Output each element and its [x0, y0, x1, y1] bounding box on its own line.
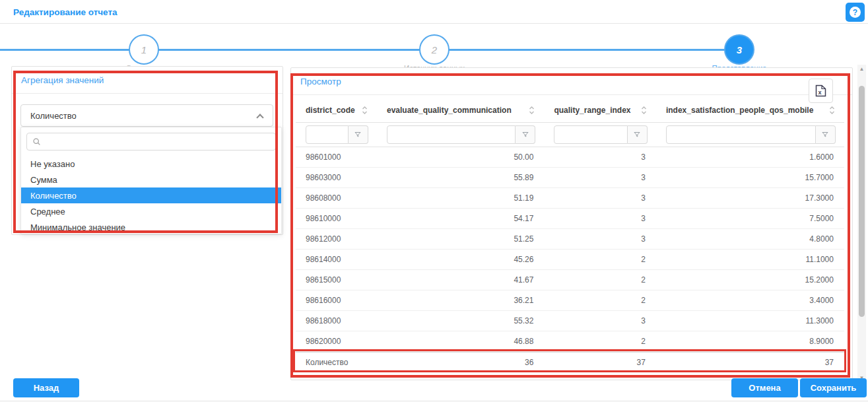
table-cell: 2 — [544, 296, 656, 305]
bottom-divider — [0, 401, 868, 401]
table-row[interactable]: 98601000 50.00 3 1.6000 — [296, 147, 844, 168]
column-header[interactable]: district_code — [296, 106, 377, 115]
table-row[interactable]: 98618000 55.32 3 11.3000 — [296, 311, 844, 331]
filter-input[interactable] — [554, 125, 628, 144]
dropdown-option[interactable]: Количество — [21, 187, 281, 203]
table-body: 98601000 50.00 3 1.6000 98603000 55.89 3… — [296, 147, 844, 352]
aggregation-panel: Агрегация значений Количество Не указано… — [11, 66, 283, 235]
summary-cell: 37 — [656, 358, 844, 367]
table-cell: 2 — [544, 337, 656, 346]
column-header[interactable]: evaluate_quality_communication — [377, 106, 544, 115]
aggregation-select-value: Количество — [30, 111, 77, 121]
sort-icon[interactable] — [829, 106, 835, 115]
filter-input[interactable] — [387, 125, 516, 144]
table-cell: 98610000 — [296, 214, 377, 223]
vertical-scrollbar[interactable]: ▲ ▼ — [857, 65, 866, 383]
scrollbar-thumb[interactable] — [859, 86, 865, 317]
filter-funnel-button[interactable] — [349, 125, 368, 144]
aggregation-select[interactable]: Количество — [20, 104, 273, 127]
panel-divider — [12, 93, 283, 94]
table-row[interactable]: 98610000 54.17 3 7.5000 — [296, 209, 844, 229]
dropdown-option[interactable]: Сумма — [21, 172, 281, 187]
sort-icon[interactable] — [362, 106, 368, 115]
svg-text:x: x — [818, 89, 822, 96]
sort-icon[interactable] — [641, 106, 647, 115]
table-cell: 3 — [544, 214, 656, 223]
table-row[interactable]: 98615000 41.67 2 15.2000 — [296, 270, 844, 290]
table-cell: 51.25 — [377, 234, 544, 244]
table-cell: 50.00 — [377, 152, 544, 162]
column-header[interactable]: index_satisfaction_people_qos_mobile — [656, 106, 844, 115]
column-header-label: quality_range_index — [554, 106, 630, 115]
step-2-circle[interactable]: 2 — [419, 34, 450, 65]
back-button[interactable]: Назад — [13, 378, 79, 397]
filter-input[interactable] — [666, 125, 816, 144]
table-cell: 46.88 — [377, 337, 544, 346]
table-cell: 98620000 — [296, 337, 377, 346]
filter-input[interactable] — [306, 125, 349, 144]
dropdown-option[interactable]: Не указано — [21, 156, 281, 172]
sort-icon[interactable] — [529, 106, 535, 115]
table-row[interactable]: 98612000 51.25 3 4.8000 — [296, 229, 844, 250]
scroll-up-arrow[interactable]: ▲ — [857, 66, 866, 73]
report-edit-page: Редактирование отчета ? 1 Основные 2 Ист… — [0, 0, 868, 406]
step-2-number: 2 — [432, 44, 437, 55]
table-row[interactable]: 98603000 55.89 3 15.7000 — [296, 168, 844, 188]
step-1-circle[interactable]: 1 — [129, 34, 159, 65]
table-cell: 3 — [544, 152, 656, 162]
table-cell: 98608000 — [296, 193, 377, 203]
aggregation-dropdown: Не указаноСуммаКоличествоСреднееМинималь… — [20, 127, 282, 234]
table-cell: 2 — [544, 255, 656, 264]
cancel-button[interactable]: Отмена — [731, 378, 798, 397]
table-cell: 98614000 — [296, 255, 377, 264]
excel-file-icon: x — [815, 85, 826, 97]
table-cell: 55.89 — [377, 173, 544, 182]
column-header[interactable]: quality_range_index — [544, 106, 656, 115]
table-cell: 45.26 — [377, 255, 544, 264]
table-summary-row: Количество 36 37 37 — [296, 352, 844, 372]
dropdown-option[interactable]: Среднее — [21, 203, 281, 219]
table-cell: 98615000 — [296, 275, 377, 285]
question-icon: ? — [850, 7, 861, 18]
table-cell: 3 — [544, 173, 656, 182]
table-cell: 11.1000 — [656, 255, 844, 264]
step-3-circle[interactable]: 3 — [724, 34, 754, 65]
step-3-number: 3 — [737, 44, 742, 55]
table-cell: 98618000 — [296, 316, 377, 325]
table-row[interactable]: 98614000 45.26 2 11.1000 — [296, 250, 844, 270]
filter-funnel-button[interactable] — [516, 125, 535, 144]
table-cell: 15.7000 — [656, 173, 844, 182]
search-icon — [32, 137, 41, 146]
step-1-number: 1 — [141, 44, 147, 55]
table-cell: 3.4000 — [656, 296, 844, 305]
preview-table: district_code evaluate_quality_communica… — [296, 98, 844, 372]
dropdown-search-input[interactable] — [45, 137, 275, 147]
summary-cell: 37 — [544, 358, 656, 367]
table-filter-row — [296, 123, 844, 147]
filter-funnel-button[interactable] — [628, 125, 648, 144]
table-row[interactable]: 98608000 51.19 3 17.3000 — [296, 188, 844, 209]
funnel-icon — [821, 131, 829, 139]
table-cell: 4.8000 — [656, 234, 844, 244]
table-cell: 98603000 — [296, 173, 377, 182]
dropdown-option[interactable]: Минимальное значение — [21, 219, 281, 235]
table-cell: 8.9000 — [656, 337, 844, 346]
table-row[interactable]: 98616000 36.21 2 3.4000 — [296, 290, 844, 311]
table-cell: 54.17 — [377, 214, 544, 223]
dropdown-options: Не указаноСуммаКоличествоСреднееМинималь… — [21, 156, 281, 234]
table-cell: 98616000 — [296, 296, 377, 305]
preview-panel-title: Просмотр — [300, 77, 341, 86]
chevron-up-icon — [256, 114, 263, 121]
column-header-label: evaluate_quality_communication — [387, 106, 512, 115]
top-divider — [0, 23, 868, 24]
help-button[interactable]: ? — [846, 3, 865, 22]
filter-funnel-button[interactable] — [816, 125, 836, 144]
dropdown-search[interactable] — [26, 133, 276, 151]
table-row[interactable]: 98620000 46.88 2 8.9000 — [296, 331, 844, 352]
funnel-icon — [521, 131, 529, 139]
save-button[interactable]: Сохранить — [800, 378, 867, 397]
funnel-icon — [354, 131, 362, 139]
table-cell: 3 — [544, 316, 656, 325]
table-cell: 11.3000 — [656, 316, 844, 325]
table-cell: 1.6000 — [656, 152, 844, 162]
